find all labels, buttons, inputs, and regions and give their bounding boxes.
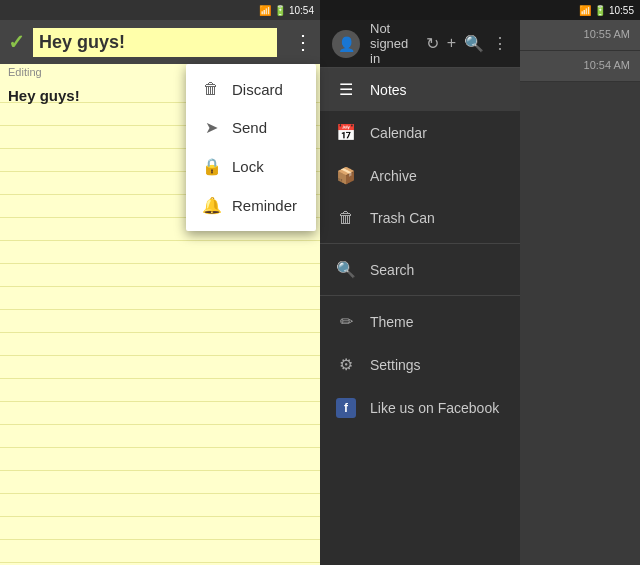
- dropdown-item-send[interactable]: ➤ Send: [186, 108, 316, 147]
- discard-label: Discard: [232, 81, 283, 98]
- note-time-2: 10:54 AM: [530, 59, 630, 71]
- note-time-1: 10:55 AM: [530, 28, 630, 40]
- fb-logo: f: [336, 398, 356, 418]
- dropdown-item-lock[interactable]: 🔒 Lock: [186, 147, 316, 186]
- dropdown-item-discard[interactable]: 🗑 Discard: [186, 70, 316, 108]
- sidebar-item-search[interactable]: 🔍 Search: [320, 248, 520, 291]
- right-status-bar: 📶 🔋 10:55: [320, 0, 640, 20]
- trash-icon: 🗑: [336, 209, 356, 227]
- sidebar-item-settings[interactable]: ⚙ Settings: [320, 343, 520, 386]
- calendar-icon: 📅: [336, 123, 356, 142]
- discard-icon: 🗑: [202, 80, 220, 98]
- right-status-icons: 📶 🔋 10:55: [579, 5, 634, 16]
- theme-label: Theme: [370, 314, 414, 330]
- check-icon[interactable]: ✓: [8, 30, 25, 54]
- send-icon: ➤: [202, 118, 220, 137]
- sidebar-divider-2: [320, 295, 520, 296]
- sidebar-divider: [320, 243, 520, 244]
- left-panel: 📶 🔋 10:54 ✓ ⋮ Editing Hey guys! 🗑 Discar…: [0, 0, 320, 565]
- sidebar-header: 👤 Not signed in ↻ + 🔍 ⋮: [320, 20, 520, 68]
- search-header-icon[interactable]: 🔍: [464, 34, 484, 53]
- settings-label: Settings: [370, 357, 421, 373]
- search-nav-icon: 🔍: [336, 260, 356, 279]
- facebook-label: Like us on Facebook: [370, 400, 499, 416]
- add-icon[interactable]: +: [447, 34, 456, 53]
- theme-icon: ✏: [336, 312, 356, 331]
- left-status-icons: 📶 🔋 10:54: [259, 5, 314, 16]
- sidebar-item-theme[interactable]: ✏ Theme: [320, 300, 520, 343]
- dropdown-menu: 🗑 Discard ➤ Send 🔒 Lock 🔔 Reminder: [186, 64, 316, 231]
- note-list-item-2[interactable]: 10:54 AM: [520, 51, 640, 82]
- notes-label: Notes: [370, 82, 407, 98]
- sidebar-item-calendar[interactable]: 📅 Calendar: [320, 111, 520, 154]
- not-signed-in-label: Not signed in: [370, 21, 416, 66]
- lock-label: Lock: [232, 158, 264, 175]
- trash-label: Trash Can: [370, 210, 435, 226]
- archive-icon: 📦: [336, 166, 356, 185]
- left-status-bar: 📶 🔋 10:54: [0, 0, 320, 20]
- note-list-item-1[interactable]: 10:55 AM: [520, 20, 640, 51]
- notes-icon: ☰: [336, 80, 356, 99]
- sidebar-item-trash[interactable]: 🗑 Trash Can: [320, 197, 520, 239]
- note-menu-icon[interactable]: ⋮: [293, 30, 313, 54]
- reminder-label: Reminder: [232, 197, 297, 214]
- notes-list-area: 10:55 AM 10:54 AM: [520, 20, 640, 565]
- refresh-icon[interactable]: ↻: [426, 34, 439, 53]
- avatar-icon: 👤: [332, 30, 360, 58]
- send-label: Send: [232, 119, 267, 136]
- note-title-input[interactable]: [33, 28, 277, 57]
- notes-list: 10:55 AM 10:54 AM: [520, 20, 640, 565]
- sidebar-item-notes[interactable]: ☰ Notes: [320, 68, 520, 111]
- facebook-icon: f: [336, 398, 356, 418]
- lock-icon: 🔒: [202, 157, 220, 176]
- sidebar-header-icons: ↻ + 🔍 ⋮: [426, 34, 508, 53]
- right-panel: 📶 🔋 10:55 👤 Not signed in ↻ + 🔍 ⋮ ☰ Note…: [320, 0, 640, 565]
- sidebar: 👤 Not signed in ↻ + 🔍 ⋮ ☰ Notes 📅 Calend…: [320, 20, 520, 565]
- calendar-label: Calendar: [370, 125, 427, 141]
- note-toolbar: ✓ ⋮: [0, 20, 320, 64]
- archive-label: Archive: [370, 168, 417, 184]
- right-main: 👤 Not signed in ↻ + 🔍 ⋮ ☰ Notes 📅 Calend…: [320, 20, 640, 565]
- more-icon[interactable]: ⋮: [492, 34, 508, 53]
- sidebar-nav: ☰ Notes 📅 Calendar 📦 Archive 🗑 Trash Can: [320, 68, 520, 565]
- settings-icon: ⚙: [336, 355, 356, 374]
- search-label: Search: [370, 262, 414, 278]
- dropdown-item-reminder[interactable]: 🔔 Reminder: [186, 186, 316, 225]
- reminder-icon: 🔔: [202, 196, 220, 215]
- sidebar-item-facebook[interactable]: f Like us on Facebook: [320, 386, 520, 430]
- sidebar-item-archive[interactable]: 📦 Archive: [320, 154, 520, 197]
